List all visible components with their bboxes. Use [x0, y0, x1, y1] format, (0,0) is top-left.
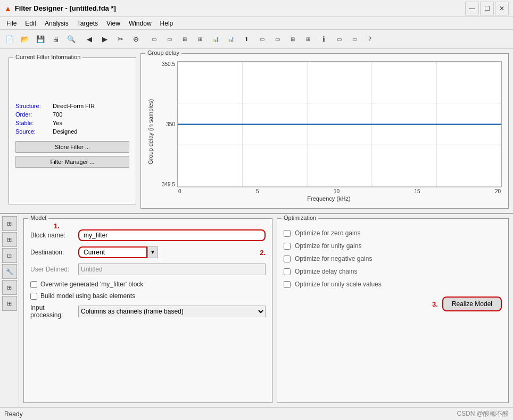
tb-save[interactable]: 💾 [33, 32, 48, 47]
tb-box2[interactable]: ▭ [270, 32, 285, 47]
overwrite-row: Overwrite generated 'my_filter' block [30, 281, 266, 288]
x-tick-0: 0 [178, 188, 181, 194]
sidebar-icon-5[interactable]: ⊞ [2, 280, 17, 295]
tb-new[interactable]: 📄 [2, 32, 17, 47]
annotation-3: 3. [432, 300, 438, 308]
overwrite-checkbox[interactable] [30, 281, 37, 288]
user-defined-input[interactable] [78, 263, 266, 275]
watermark-text: CSDN @酸梅不酸 [457, 409, 509, 418]
tb-up[interactable]: ⬆ [239, 32, 254, 47]
order-value: 700 [53, 111, 62, 118]
tb-print[interactable]: 🖨 [48, 32, 63, 47]
user-defined-label: User Defined: [30, 266, 78, 273]
tb-mag4[interactable]: ⊞ [193, 32, 208, 47]
window-controls: — ☐ ✕ [465, 2, 509, 15]
block-name-row: Block name: [30, 229, 266, 241]
chart-area: Group delay (in samples) 350.5 350 349.5 [143, 56, 506, 206]
x-axis-label: Frequency (kHz) [156, 195, 502, 202]
block-name-input[interactable] [78, 229, 266, 241]
chart-title: Group delay [145, 50, 181, 56]
tb-prev[interactable]: ◀ [82, 32, 97, 47]
opt-unity-gains-row: Optimize for unity gains [284, 242, 502, 250]
tb-plus[interactable]: ⊕ [128, 32, 143, 47]
sidebar-icon-3[interactable]: ⊡ [2, 248, 17, 263]
filter-info-title: Current Filter Information [13, 54, 82, 60]
minimize-button[interactable]: — [465, 2, 479, 15]
tb-open[interactable]: 📂 [18, 32, 32, 47]
menu-analysis[interactable]: Analysis [40, 17, 73, 29]
source-label: Source: [15, 128, 53, 135]
order-label: Order: [15, 111, 53, 118]
app-icon: ▲ [4, 4, 12, 13]
menu-help[interactable]: Help [156, 17, 178, 29]
filter-buttons: Store Filter ... Filter Manager ... [15, 141, 129, 168]
build-model-label: Build model using basic elements [40, 292, 135, 300]
destination-dropdown-button[interactable]: ▼ [147, 246, 158, 258]
tb-help[interactable]: ? [362, 32, 377, 47]
build-model-checkbox[interactable] [30, 293, 37, 300]
tb-mag1[interactable]: ▭ [146, 32, 161, 47]
opt-unity-scale-checkbox[interactable] [284, 281, 291, 288]
destination-input[interactable] [78, 246, 147, 258]
maximize-button[interactable]: ☐ [480, 2, 494, 15]
tb-zoom[interactable]: 🔍 [64, 32, 79, 47]
opt-delay-chains-row: Optimize delay chains [284, 268, 502, 275]
status-bar: Ready CSDN @酸梅不酸 [0, 407, 513, 420]
tb-cut[interactable]: ✂ [113, 32, 128, 47]
y-max: 350.5 [162, 61, 175, 67]
close-button[interactable]: ✕ [495, 2, 509, 15]
store-filter-button[interactable]: Store Filter ... [15, 141, 129, 153]
opt-zero-gains-row: Optimize for zero gains [284, 229, 502, 237]
menu-window[interactable]: Window [125, 17, 156, 29]
build-model-row: Build model using basic elements [30, 292, 266, 300]
x-tick-5: 5 [256, 188, 259, 194]
sidebar-icon-6[interactable]: ⊞ [2, 296, 17, 311]
menu-edit[interactable]: Edit [21, 17, 40, 29]
main-area: Current Filter Information Structure: Di… [0, 49, 513, 407]
opt-delay-chains-checkbox[interactable] [284, 268, 291, 275]
opt-zero-gains-checkbox[interactable] [284, 230, 291, 237]
tb-info[interactable]: ℹ [316, 32, 331, 47]
tb-disp[interactable]: ▭ [332, 32, 346, 47]
block-name-label: Block name: [30, 232, 78, 239]
tb-freq2[interactable]: ⊞ [301, 32, 316, 47]
opt-unity-gains-checkbox[interactable] [284, 243, 291, 250]
tb-mag3[interactable]: ⊞ [177, 32, 192, 47]
window-title: Filter Designer - [untitled.fda *] [15, 4, 465, 12]
realize-model-button[interactable]: Realize Model [442, 297, 502, 311]
opt-negative-gains-checkbox[interactable] [284, 256, 291, 262]
input-processing-select[interactable]: Columns as channels (frame based) Elemen… [78, 306, 266, 317]
tb-chart2[interactable]: 📊 [224, 32, 238, 47]
optimization-panel: Optimization Optimize for zero gains Opt… [277, 218, 509, 403]
opt-negative-gains-label: Optimize for negative gains [295, 255, 372, 262]
annotation-2: 2. [260, 249, 266, 257]
filter-manager-button[interactable]: Filter Manager ... [15, 156, 129, 168]
sidebar-icon-1[interactable]: ⊞ [2, 216, 17, 231]
input-processing-row: Input processing: Columns as channels (f… [30, 304, 266, 319]
top-panels: Current Filter Information Structure: Di… [0, 49, 513, 214]
menu-view[interactable]: View [102, 17, 125, 29]
bottom-section: ⊞ ⊞ ⊡ 🔧 ⊞ ⊞ Model 1. Block name: [0, 214, 513, 407]
tb-chart1[interactable]: 📊 [208, 32, 223, 47]
tb-disp2[interactable]: ▭ [347, 32, 362, 47]
menu-targets[interactable]: Targets [73, 17, 102, 29]
sidebar-icon-2[interactable]: ⊞ [2, 232, 17, 247]
model-panel: Model 1. Block name: Destination: [23, 218, 272, 403]
model-panel-title: Model [28, 215, 48, 221]
stable-row: Stable: Yes [15, 120, 129, 126]
stable-label: Stable: [15, 120, 53, 126]
tb-box[interactable]: ▭ [254, 32, 269, 47]
opt-delay-chains-label: Optimize delay chains [295, 268, 357, 275]
tb-freq[interactable]: ⊞ [285, 32, 300, 47]
menu-file[interactable]: File [2, 17, 21, 29]
tb-next[interactable]: ▶ [97, 32, 112, 47]
opt-unity-gains-label: Optimize for unity gains [295, 242, 361, 250]
tb-mag2[interactable]: ▭ [162, 32, 177, 47]
x-tick-15: 15 [414, 188, 420, 194]
sidebar-icon-4[interactable]: 🔧 [2, 264, 17, 279]
filter-info-panel: Current Filter Information Structure: Di… [9, 57, 136, 204]
input-processing-label: Input processing: [30, 304, 78, 319]
overwrite-label: Overwrite generated 'my_filter' block [40, 281, 143, 288]
source-value: Designed [53, 128, 77, 135]
opt-zero-gains-label: Optimize for zero gains [295, 229, 360, 237]
